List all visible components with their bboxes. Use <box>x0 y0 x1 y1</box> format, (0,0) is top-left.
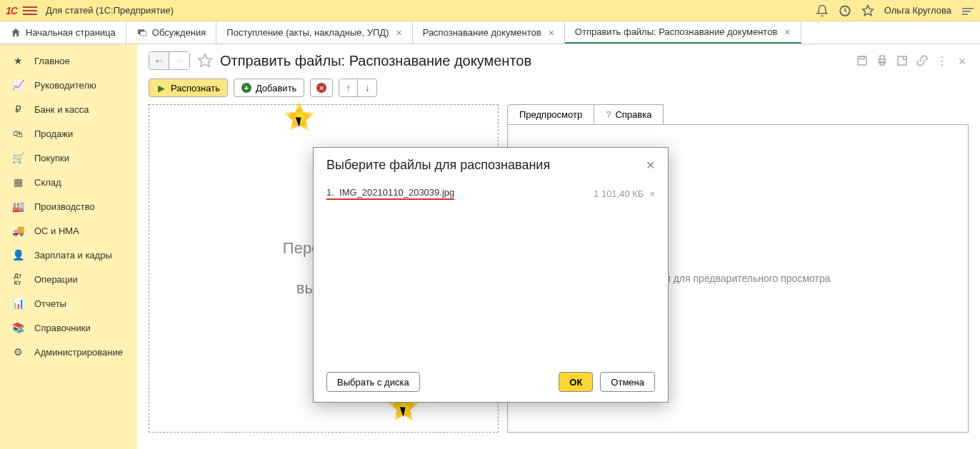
sidebar-label: Производство <box>34 201 95 212</box>
home-icon <box>10 27 21 39</box>
print-icon[interactable] <box>876 54 889 67</box>
sidebar-label: Банк и касса <box>34 104 89 115</box>
tab-send-files[interactable]: Отправить файлы: Распознавание документо… <box>565 21 801 44</box>
move-up-button[interactable]: ↑ <box>339 79 358 96</box>
book-icon: 📚 <box>11 321 24 334</box>
tab-recognition[interactable]: Распознавание документов × <box>413 21 565 44</box>
sidebar-label: Отчеты <box>34 298 66 309</box>
menu-lines-icon[interactable] <box>961 4 974 17</box>
cancel-button[interactable]: Отмена <box>600 372 655 392</box>
factory-icon: 🏭 <box>11 200 24 213</box>
sidebar-item-production[interactable]: 🏭Производство <box>0 194 137 218</box>
file-row[interactable]: 1. IMG_20210110_203039.jpg 1 101,40 КБ × <box>326 184 655 203</box>
user-name[interactable]: Ольга Круглова <box>884 5 951 16</box>
dialog-close-icon[interactable]: ✕ <box>646 158 655 172</box>
more-icon[interactable]: ⋮ <box>936 54 949 67</box>
sidebar-item-admin[interactable]: ⚙Администрирование <box>0 340 137 364</box>
ok-button[interactable]: ОК <box>559 372 593 392</box>
move-down-button[interactable]: ↓ <box>358 79 376 96</box>
boxes-icon: ▦ <box>11 176 24 188</box>
sidebar-item-sales[interactable]: 🛍Продажи <box>0 121 137 146</box>
plus-icon: + <box>241 83 251 93</box>
sidebar-item-bank[interactable]: ₽Банк и касса <box>0 97 137 121</box>
sidebar-item-references[interactable]: 📚Справочники <box>0 316 137 340</box>
close-icon[interactable]: × <box>549 27 554 39</box>
sidebar-item-hr[interactable]: 👤Зарплата и кадры <box>0 243 137 267</box>
bag-icon: 🛍 <box>11 127 24 140</box>
dialog-body: 1. IMG_20210110_203039.jpg 1 101,40 КБ × <box>314 178 668 365</box>
tab-receipt[interactable]: Поступление (акты, накладные, УПД) × <box>216 21 412 44</box>
link-icon[interactable] <box>916 54 929 67</box>
sidebar-label: Справочники <box>34 323 91 333</box>
sidebar-item-reports[interactable]: 📊Отчеты <box>0 291 137 316</box>
star-icon[interactable] <box>861 4 874 17</box>
svg-rect-8 <box>880 56 884 59</box>
sidebar-label: Склад <box>34 177 61 188</box>
svg-rect-10 <box>898 56 906 65</box>
choose-disk-label: Выбрать с диска <box>337 377 409 388</box>
star-filled-icon: ★ <box>11 54 24 67</box>
window-icon[interactable] <box>896 54 909 67</box>
x-circle-icon: ✕ <box>316 83 326 93</box>
svg-rect-5 <box>858 56 866 65</box>
truck-icon: 🚚 <box>11 224 24 237</box>
add-label: Добавить <box>256 83 296 94</box>
delete-button[interactable]: ✕ <box>310 79 333 97</box>
svg-marker-4 <box>199 54 211 66</box>
recognize-button[interactable]: ▶ Распознать <box>149 79 228 97</box>
sidebar-item-main[interactable]: ★Главное <box>0 49 137 73</box>
preview-tab-label: Предпросмотр <box>519 109 582 120</box>
sidebar-label: Администрирование <box>34 347 123 358</box>
tab-label: Распознавание документов <box>423 27 541 38</box>
sidebar-label: Операции <box>34 274 78 285</box>
tab-label: Поступление (акты, накладные, УПД) <box>226 27 389 38</box>
preview-tab[interactable]: Предпросмотр <box>507 104 594 125</box>
app-title: Для статей (1С:Предприятие) <box>46 5 174 16</box>
ok-label: ОК <box>569 377 582 388</box>
close-icon[interactable]: × <box>784 26 790 38</box>
dialog-title: Выберите файлы для распознавания <box>326 158 550 173</box>
tabs-bar: Начальная страница Обсуждения Поступлени… <box>0 21 980 44</box>
tab-label: Обсуждения <box>152 27 206 38</box>
save-icon[interactable] <box>856 54 869 67</box>
sidebar-item-purchases[interactable]: 🛒Покупки <box>0 146 137 170</box>
chart-icon: 📈 <box>11 79 24 91</box>
svg-marker-1 <box>862 5 873 15</box>
file-name: 1. IMG_20210110_203039.jpg <box>326 187 454 200</box>
favorite-star-icon[interactable] <box>197 53 213 69</box>
add-button[interactable]: + Добавить <box>234 79 304 97</box>
nav-buttons: ← → <box>149 51 190 70</box>
history-icon[interactable] <box>839 4 851 17</box>
back-button[interactable]: ← <box>149 52 169 69</box>
gear-icon: ⚙ <box>11 345 24 358</box>
chat-icon <box>136 27 148 39</box>
sidebar-item-assets[interactable]: 🚚ОС и НМА <box>0 218 137 243</box>
sidebar-item-operations[interactable]: ДтКтОперации <box>0 267 137 291</box>
choose-disk-button[interactable]: Выбрать с диска <box>326 372 420 392</box>
ruble-icon: ₽ <box>11 103 24 116</box>
svg-rect-3 <box>140 31 146 36</box>
cancel-label: Отмена <box>611 377 644 388</box>
cart-icon: 🛒 <box>11 151 24 164</box>
person-icon: 👤 <box>11 248 24 261</box>
hamburger-icon[interactable] <box>23 4 37 18</box>
file-remove-icon[interactable]: × <box>649 188 655 199</box>
play-icon: ▶ <box>156 83 166 93</box>
sidebar-item-warehouse[interactable]: ▦Склад <box>0 170 137 194</box>
close-icon[interactable]: × <box>396 27 401 39</box>
file-size: 1 101,40 КБ <box>594 188 644 199</box>
bell-icon[interactable] <box>816 4 829 17</box>
help-tab[interactable]: ?Справка <box>594 104 664 125</box>
sidebar-label: Руководителю <box>34 80 96 91</box>
sidebar-label: Покупки <box>34 153 69 163</box>
help-icon: ? <box>606 109 611 120</box>
close-page-icon[interactable]: × <box>956 54 969 67</box>
recognize-label: Распознать <box>171 83 220 94</box>
help-tab-label: Справка <box>615 109 651 120</box>
move-arrows: ↑ ↓ <box>339 79 377 97</box>
sidebar-item-manager[interactable]: 📈Руководителю <box>0 73 137 97</box>
tab-discussions[interactable]: Обсуждения <box>126 21 217 44</box>
tab-home[interactable]: Начальная страница <box>0 21 126 44</box>
sidebar-label: Продажи <box>34 128 73 139</box>
forward-button[interactable]: → <box>169 52 189 69</box>
